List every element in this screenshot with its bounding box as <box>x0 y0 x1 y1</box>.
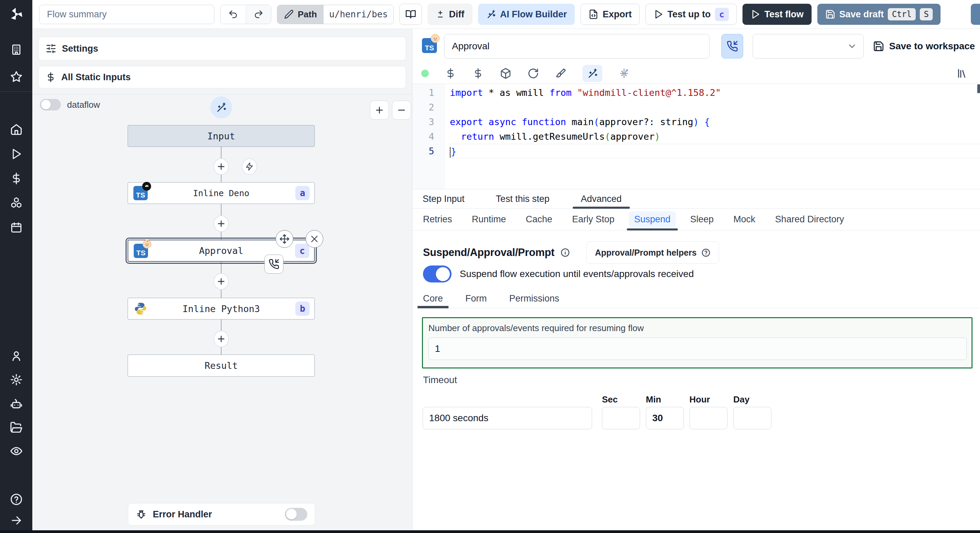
wand-sparkles-icon <box>215 102 227 113</box>
windmill-logo[interactable] <box>0 0 32 29</box>
script-version-select[interactable] <box>753 34 864 59</box>
docs-button[interactable] <box>399 4 422 25</box>
editor-gutter: 12345 <box>412 84 445 189</box>
audit-eye-icon[interactable] <box>10 445 23 458</box>
workspace-building-icon[interactable] <box>10 43 23 56</box>
subtab-sleep[interactable]: Sleep <box>690 209 714 230</box>
collapse-arrow-icon[interactable] <box>10 514 23 527</box>
help-icon[interactable] <box>10 493 23 506</box>
format-brush-icon[interactable] <box>555 68 566 79</box>
save-draft-button[interactable]: Save draft Ctrl S <box>817 4 941 25</box>
schedules-calendar-icon[interactable] <box>10 221 23 234</box>
test-up-to-button[interactable]: Test up to c <box>646 4 737 25</box>
subtab-runtime[interactable]: Runtime <box>472 209 506 230</box>
package-icon[interactable] <box>500 68 511 79</box>
kbd-ctrl: Ctrl <box>888 8 916 21</box>
timeout-sec-input[interactable] <box>602 407 640 429</box>
flow-settings-button[interactable]: Settings <box>38 37 406 60</box>
move-node-button[interactable] <box>275 230 293 248</box>
approvals-required-input[interactable] <box>428 338 967 360</box>
runs-play-icon[interactable] <box>10 148 23 160</box>
diff-label: Diff <box>449 9 465 20</box>
add-step-button-2[interactable] <box>214 216 229 232</box>
folders-icon[interactable] <box>10 421 23 434</box>
save-to-workspace-button[interactable]: Save to workspace <box>873 34 975 59</box>
node-input[interactable]: Input <box>127 125 315 147</box>
zoom-out-button[interactable] <box>392 101 411 120</box>
all-static-inputs-button[interactable]: All Static Inputs <box>38 66 406 88</box>
users-icon[interactable] <box>10 349 23 362</box>
error-handler-toggle[interactable] <box>285 508 307 521</box>
typescript-approval-icon: TS <box>134 244 148 258</box>
timeout-day-input[interactable] <box>733 407 772 429</box>
subtab-shared-directory[interactable]: Shared Directory <box>775 209 844 230</box>
node-result[interactable]: Result <box>127 355 315 377</box>
node-inline-python[interactable]: Inline Python3 b <box>127 298 315 319</box>
error-handler-label: Error Handler <box>153 509 279 520</box>
tab-core[interactable]: Core <box>423 289 443 308</box>
tab-permissions[interactable]: Permissions <box>509 289 559 308</box>
tab-form[interactable]: Form <box>466 289 487 308</box>
suspend-heading: Suspend/Approval/Prompt <box>423 246 554 259</box>
editor-code[interactable]: import * as wmill from "windmill-client@… <box>445 84 980 189</box>
approval-phone-badge[interactable] <box>264 255 283 274</box>
tab-step-input[interactable]: Step Input <box>423 189 465 208</box>
ai-flow-builder-button[interactable]: AI Flow Builder <box>478 4 575 25</box>
ai-wand-button[interactable] <box>210 97 232 118</box>
workers-bot-icon[interactable] <box>10 397 23 410</box>
phone-trigger-button[interactable] <box>721 34 743 59</box>
save-to-workspace-label: Save to workspace <box>889 41 975 52</box>
bug-icon <box>136 509 147 520</box>
variables-icon[interactable] <box>472 68 484 79</box>
static-inputs-icon[interactable] <box>445 68 456 79</box>
variables-dollar-icon[interactable] <box>10 172 23 185</box>
test-flow-label: Test flow <box>765 9 804 20</box>
subtab-cache[interactable]: Cache <box>526 209 552 230</box>
redo-button[interactable] <box>246 5 271 24</box>
timeout-hour-input[interactable] <box>689 407 727 429</box>
plus-icon <box>374 105 385 115</box>
deploy-button-partial[interactable] <box>971 4 980 25</box>
add-step-button-3[interactable] <box>214 273 229 290</box>
path-label: Path <box>298 9 317 20</box>
home-icon[interactable] <box>10 123 23 136</box>
subtab-early-stop[interactable]: Early Stop <box>572 209 614 230</box>
save-icon <box>825 9 835 19</box>
approval-prompt-helpers-button[interactable]: Approval/Prompt helpers <box>586 241 719 264</box>
diff-button[interactable]: Diff <box>428 4 472 25</box>
node-inline-deno[interactable]: TS Inline Deno a <box>127 182 315 204</box>
resources-boxes-icon[interactable] <box>10 197 23 209</box>
add-step-button-1[interactable] <box>214 159 229 175</box>
suspend-toggle[interactable] <box>423 265 452 282</box>
tab-test-this-step[interactable]: Test this step <box>496 189 550 208</box>
undo-button[interactable] <box>221 5 246 24</box>
dataflow-toggle[interactable] <box>40 99 61 111</box>
subtab-suspend[interactable]: Suspend <box>634 209 671 230</box>
add-step-button-4[interactable] <box>214 331 229 347</box>
ai-assist-wand-icon[interactable] <box>582 65 602 82</box>
library-icon[interactable] <box>956 68 968 79</box>
delete-node-button[interactable] <box>305 230 323 248</box>
code-editor[interactable]: 12345 import * as wmill from "windmill-c… <box>412 84 980 189</box>
timeout-min-input[interactable] <box>646 407 684 429</box>
flow-summary-input[interactable] <box>39 5 215 24</box>
sliders-icon <box>46 43 56 54</box>
path-control[interactable]: Path u/henri/bes <box>277 5 394 24</box>
zoom-in-button[interactable] <box>370 101 389 120</box>
ai-disabled-icon[interactable] <box>618 68 630 79</box>
timeout-input[interactable] <box>423 407 592 429</box>
add-trigger-button[interactable] <box>242 159 257 175</box>
close-icon <box>310 234 319 244</box>
error-handler-row[interactable]: Error Handler <box>128 503 315 525</box>
favorites-star-icon[interactable] <box>10 70 23 83</box>
editor-scrollbar-thumb[interactable] <box>977 84 980 93</box>
test-flow-button[interactable]: Test flow <box>743 4 811 25</box>
tab-advanced[interactable]: Advanced <box>581 189 622 208</box>
dataflow-label: dataflow <box>67 100 100 110</box>
export-button[interactable]: Export <box>581 4 640 25</box>
settings-gear-icon[interactable] <box>10 373 23 386</box>
subtab-mock[interactable]: Mock <box>733 209 756 230</box>
subtab-retries[interactable]: Retries <box>423 209 452 230</box>
step-title-input[interactable] <box>444 34 710 59</box>
reload-icon[interactable] <box>527 68 539 79</box>
